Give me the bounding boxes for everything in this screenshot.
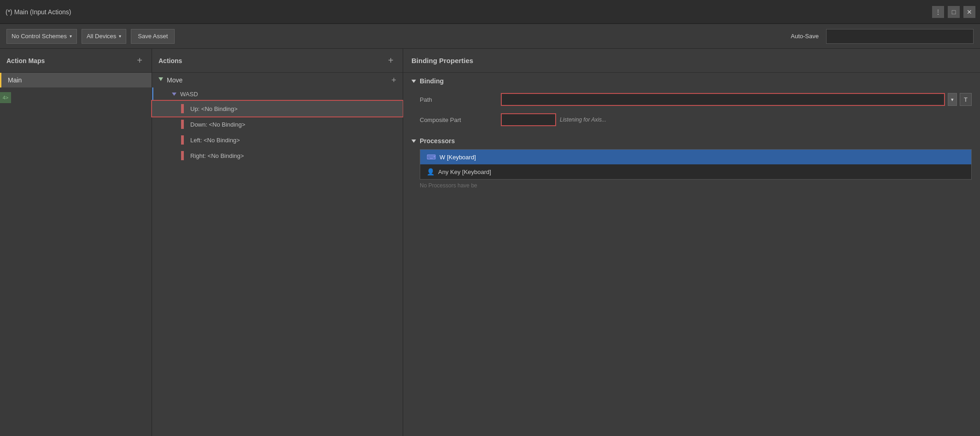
binding-bar-left (181, 135, 184, 145)
close-button[interactable]: ✕ (963, 6, 975, 18)
actions-panel: Actions + Move + WASD Up: <No Binding> D… (152, 49, 403, 436)
all-devices-dropdown[interactable]: All Devices ▾ (82, 29, 126, 44)
path-input[interactable] (501, 93, 945, 106)
action-map-label: Main (8, 76, 22, 84)
processors-expand-icon (411, 140, 416, 143)
binding-bar-down (181, 120, 184, 129)
binding-section-title: Binding (420, 77, 444, 85)
no-processors-text: No Processors have be (403, 180, 980, 192)
left-edge-indicator: 4> (0, 92, 11, 103)
binding-label-wasd: WASD (180, 91, 198, 98)
binding-item-wasd[interactable]: WASD (152, 87, 403, 101)
binding-label-right: Right: <No Binding> (190, 152, 244, 159)
dropdown-arrow-icon: ▾ (119, 34, 121, 39)
toolbar: No Control Schemes ▾ All Devices ▾ Save … (0, 24, 980, 49)
window-title: (*) Main (Input Actions) (6, 8, 71, 16)
more-options-button[interactable]: ⋮ (932, 6, 944, 18)
maximize-button[interactable]: □ (948, 6, 960, 18)
binding-label-down: Down: <No Binding> (190, 121, 245, 128)
listening-text: Listening for Axis... (560, 116, 606, 123)
path-dropdown-button[interactable]: ▾ (948, 93, 957, 106)
binding-label-up: Up: <No Binding> (190, 105, 238, 112)
autosave-label: Auto-Save (791, 33, 819, 40)
binding-properties-panel: Binding Properties Binding Path ▾ T Comp… (403, 49, 980, 436)
action-label-move: Move (167, 76, 182, 84)
path-t-button[interactable]: T (960, 93, 972, 106)
dropdown-arrow-icon: ▾ (70, 34, 72, 39)
action-maps-panel: Action Maps + Main (0, 49, 152, 436)
composite-control: Listening for Axis... (501, 113, 972, 126)
composite-part-label: Composite Part (420, 116, 493, 123)
add-action-button[interactable]: + (385, 55, 396, 66)
person-icon: 👤 (427, 168, 434, 175)
expand-icon (158, 77, 163, 83)
action-maps-header: Action Maps + (0, 49, 152, 73)
action-maps-title: Action Maps (6, 57, 45, 64)
binding-bar-up (181, 104, 184, 113)
title-bar: (*) Main (Input Actions) ⋮ □ ✕ (0, 0, 980, 24)
keyboard-icon: ⌨ (427, 153, 436, 161)
no-control-schemes-dropdown[interactable]: No Control Schemes ▾ (6, 29, 77, 44)
window-controls: ⋮ □ ✕ (932, 6, 975, 18)
dropdown-item-any-key-keyboard[interactable]: 👤 Any Key [Keyboard] (420, 164, 971, 179)
path-control: ▾ T (501, 93, 972, 106)
binding-bar-right (181, 151, 184, 160)
processors-header[interactable]: Processors (403, 133, 980, 149)
save-asset-button[interactable]: Save Asset (131, 29, 175, 44)
binding-section-header[interactable]: Binding (403, 73, 980, 89)
processors-section: Processors ⌨ W [Keyboard] 👤 Any Key [Key… (403, 133, 980, 192)
binding-properties-title: Binding Properties (403, 49, 980, 73)
processors-title: Processors (420, 137, 455, 145)
binding-label-left: Left: <No Binding> (190, 137, 240, 144)
binding-item-right[interactable]: Right: <No Binding> (152, 148, 403, 163)
dropdown-item-w-keyboard[interactable]: ⌨ W [Keyboard] (420, 150, 971, 164)
binding-item-down[interactable]: Down: <No Binding> (152, 116, 403, 132)
add-binding-button[interactable]: + (391, 76, 396, 85)
composite-part-input[interactable] (501, 113, 556, 126)
add-action-map-button[interactable]: + (134, 55, 145, 66)
binding-item-up[interactable]: Up: <No Binding> (152, 101, 403, 116)
action-item-move[interactable]: Move + (152, 73, 403, 87)
processors-dropdown-list: ⌨ W [Keyboard] 👤 Any Key [Keyboard] (420, 149, 972, 180)
section-expand-icon (411, 80, 416, 83)
composite-part-row: Composite Part Listening for Axis... (403, 110, 980, 130)
actions-title: Actions (158, 57, 182, 64)
actions-header: Actions + (152, 49, 403, 73)
binding-expand-icon (172, 93, 176, 96)
action-map-item-main[interactable]: Main (0, 73, 152, 87)
binding-item-left[interactable]: Left: <No Binding> (152, 132, 403, 148)
path-label: Path (420, 96, 493, 103)
search-input[interactable] (826, 29, 974, 44)
path-row: Path ▾ T (403, 89, 980, 110)
main-content: Action Maps + Main Actions + Move + WASD… (0, 49, 980, 436)
